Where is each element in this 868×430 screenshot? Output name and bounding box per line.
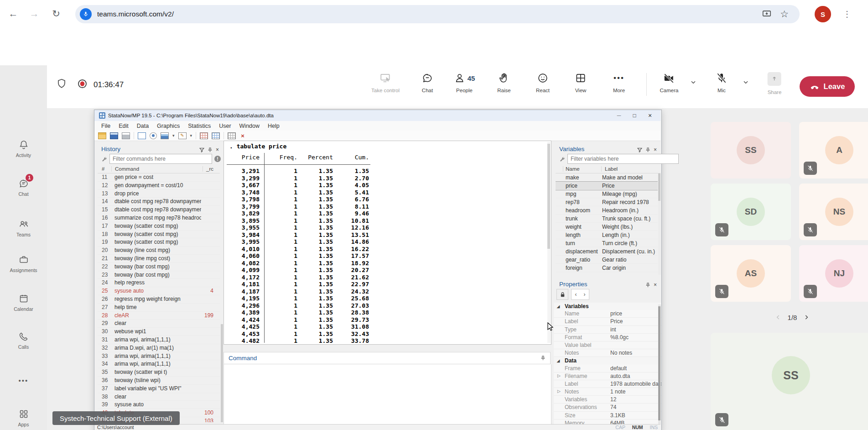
maximize-icon[interactable]: □: [627, 110, 642, 121]
property-row[interactable]: ▷ Label 1978 automobile data: [554, 380, 661, 388]
property-row[interactable]: ▷ Notes No notes: [554, 349, 661, 357]
save-icon[interactable]: [110, 132, 118, 139]
page-prev-icon[interactable]: [775, 314, 781, 320]
history-row[interactable]: 28 cleAR 199: [98, 312, 220, 320]
history-row[interactable]: 32 arima D.wpi, ar(1) ma(1): [98, 344, 220, 352]
browser-menu-icon[interactable]: ⋮: [842, 6, 852, 22]
sidebar-item-teams[interactable]: Teams: [0, 219, 47, 237]
sidebar-item-calls[interactable]: Calls: [0, 331, 47, 350]
menu-help[interactable]: Help: [264, 123, 284, 129]
raise-hand-button[interactable]: Raise: [497, 72, 510, 93]
history-row[interactable]: 24 help regress: [98, 279, 220, 287]
variable-row[interactable]: headroom Headroom (in.): [556, 206, 658, 215]
participant-tile[interactable]: NJ: [799, 245, 868, 302]
view-button[interactable]: View: [575, 72, 587, 93]
graph-icon[interactable]: [161, 132, 169, 139]
page-next-icon[interactable]: [803, 314, 810, 320]
stata-title-bar[interactable]: StataNow/MP 19.5 - C:\Program Files\Stat…: [94, 110, 660, 121]
history-row[interactable]: 15 dtable cost mpg rep78 downpayment wei…: [98, 206, 220, 214]
open-icon[interactable]: [98, 132, 106, 139]
variable-row[interactable]: turn Turn circle (ft.): [556, 239, 658, 247]
property-row[interactable]: ▷ Label Price: [554, 318, 661, 325]
variables-filter-input[interactable]: [567, 154, 679, 164]
sidebar-item-more[interactable]: •••: [0, 377, 47, 384]
break-icon[interactable]: ×: [239, 132, 246, 139]
address-bar[interactable]: teams.microsoft.com/v2/ ☆: [75, 5, 800, 23]
variable-row[interactable]: trunk Trunk space (cu. ft.): [556, 215, 658, 223]
caret-icon[interactable]: ▾: [190, 133, 192, 138]
history-row[interactable]: 29 clear: [98, 320, 220, 328]
browser-reload-button[interactable]: ↻: [48, 6, 64, 21]
history-row[interactable]: 31 arima wpi, arima(1,1,1): [98, 336, 220, 344]
camera-button[interactable]: Camera: [660, 72, 679, 93]
history-row[interactable]: 22 twoway (bar cost mpg): [98, 263, 220, 271]
camera-options-chevron-icon[interactable]: [690, 79, 697, 86]
variable-row[interactable]: make Make and model: [556, 173, 658, 182]
log-icon[interactable]: [138, 132, 146, 139]
participant-tile[interactable]: A: [799, 122, 868, 178]
variable-row[interactable]: gear_ratio Gear ratio: [556, 256, 658, 264]
properties-scrollbar[interactable]: [658, 304, 661, 424]
chat-button[interactable]: Chat: [421, 72, 433, 93]
property-row[interactable]: ▷ Value label: [554, 341, 661, 349]
pin-icon[interactable]: [645, 283, 650, 288]
menu-file[interactable]: File: [97, 123, 114, 129]
history-row[interactable]: 36 twoway (tsline wpi): [98, 377, 220, 385]
data-editor-icon[interactable]: [200, 132, 208, 139]
menu-edit[interactable]: Edit: [114, 123, 133, 129]
property-row[interactable]: ▷ Name price: [554, 310, 661, 318]
property-row[interactable]: ▷ Format %8.0gc: [554, 334, 661, 341]
history-row[interactable]: 34 arima wpi, arima(1,1,1): [98, 360, 220, 368]
history-row[interactable]: 38 clear: [98, 393, 220, 401]
sidebar-item-chat[interactable]: Chat: [0, 178, 47, 197]
pin-icon[interactable]: [208, 147, 213, 152]
close-icon[interactable]: ×: [642, 110, 658, 121]
install-app-icon[interactable]: [762, 9, 772, 19]
pin-icon[interactable]: [541, 356, 546, 361]
participant-tile[interactable]: SD: [711, 184, 791, 240]
more-button[interactable]: ••• More: [613, 72, 625, 93]
variable-row[interactable]: displacement Displacement (cu. in.): [556, 247, 658, 256]
variable-row[interactable]: foreign Car origin: [556, 264, 658, 272]
section-variables[interactable]: ◢ Variables: [554, 303, 661, 310]
property-row[interactable]: ▷ Type int: [554, 326, 661, 334]
browser-profile-avatar[interactable]: S: [815, 6, 831, 22]
history-row[interactable]: 19 twoway (scatter cost mpg): [98, 238, 220, 246]
property-row[interactable]: ▷ Frame default: [554, 365, 661, 372]
menu-graphics[interactable]: Graphics: [153, 123, 184, 129]
property-row[interactable]: ▷ Memory 64MB: [554, 420, 661, 424]
menu-statistics[interactable]: Statistics: [184, 123, 215, 129]
participant-tile[interactable]: AS: [711, 245, 791, 302]
history-filter-input[interactable]: [109, 154, 212, 164]
history-row[interactable]: 35 twoway (scatter wpi t): [98, 368, 220, 377]
results-scrollbar[interactable]: [547, 142, 551, 343]
variable-row[interactable]: price Price: [556, 182, 658, 190]
history-row[interactable]: 20 twoway (line cost mpg): [98, 246, 220, 255]
take-control-button[interactable]: Take control: [371, 72, 400, 93]
share-button[interactable]: Share: [768, 72, 782, 95]
browser-forward-button[interactable]: →: [26, 6, 42, 21]
history-row[interactable]: 12 gen downpayment = cost/10: [98, 182, 220, 190]
participant-tile-large[interactable]: SS: [711, 333, 868, 430]
info-icon[interactable]: !: [214, 156, 221, 162]
history-row[interactable]: 26 regress mpg weight foreign: [98, 295, 220, 304]
participant-tile[interactable]: NS: [799, 184, 868, 240]
command-input-area[interactable]: [223, 364, 551, 430]
history-row[interactable]: 33 arima wpi, arima(1,1,1): [98, 352, 220, 361]
variables-manager-icon[interactable]: [228, 132, 236, 139]
property-row[interactable]: ▷ Filename auto.dta: [554, 372, 661, 380]
history-row[interactable]: 16 summarize cost mpg rep78 headroom wei…: [98, 214, 220, 222]
history-row[interactable]: 37 label variable wpi "US WPI": [98, 385, 220, 393]
history-row[interactable]: 21 twoway (line mpg cost): [98, 255, 220, 263]
sidebar-item-calendar[interactable]: Calendar: [0, 293, 47, 312]
browser-back-button[interactable]: ←: [5, 6, 21, 21]
history-row[interactable]: 27 help time: [98, 304, 220, 312]
nav-prev-icon[interactable]: ‹: [575, 291, 577, 298]
history-row[interactable]: 39 sysuse auto: [98, 401, 220, 409]
caret-icon[interactable]: ▾: [172, 133, 175, 138]
history-row[interactable]: 23 twoway (bar cost mpg): [98, 271, 220, 279]
shield-icon[interactable]: [56, 78, 68, 89]
close-panel-icon[interactable]: ×: [654, 282, 657, 288]
command-panel-header[interactable]: Command: [223, 352, 551, 364]
print-icon[interactable]: [122, 132, 130, 139]
